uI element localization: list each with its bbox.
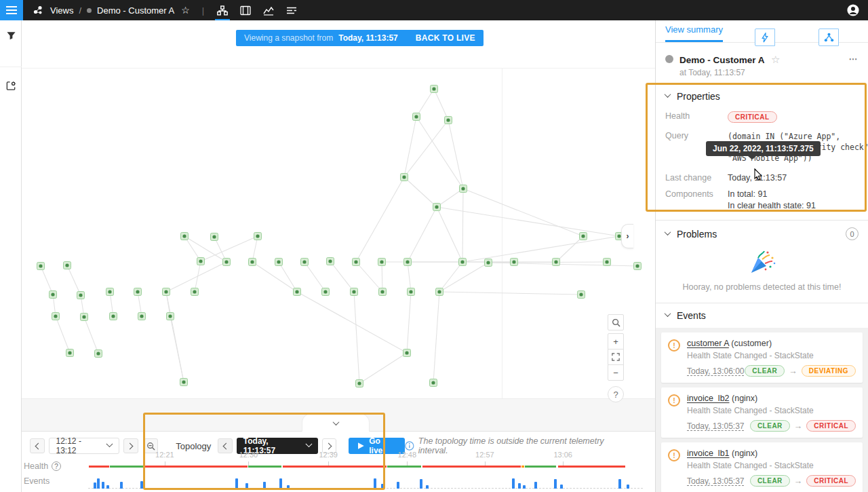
topology-node[interactable] (275, 259, 283, 266)
event-bar[interactable] (560, 485, 563, 489)
breadcrumb-view-name[interactable]: Demo - Customer A (97, 5, 174, 16)
timeline-track[interactable]: 12:2112:3012:3912:4812:5713:06 (88, 432, 643, 492)
event-bar[interactable] (518, 483, 521, 489)
topology-node[interactable] (430, 379, 437, 387)
properties-section-header[interactable]: Properties (656, 84, 868, 109)
health-segment-deviating[interactable] (521, 466, 524, 468)
event-component-link[interactable]: invoice_lb1 (687, 449, 730, 458)
breadcrumb-views-link[interactable]: Views (50, 5, 73, 16)
tab-view-summary[interactable]: View summary (665, 24, 723, 42)
health-segment-clear[interactable] (248, 466, 281, 468)
topology-node[interactable] (37, 263, 45, 270)
event-bar[interactable] (374, 478, 376, 489)
topology-node[interactable] (191, 288, 199, 296)
view-settings-icon[interactable] (0, 67, 22, 100)
topology-node[interactable] (353, 259, 360, 266)
event-component-link[interactable]: customer A (687, 339, 729, 348)
event-card[interactable]: !invoice_lb2 (nginx)Health State Changed… (661, 387, 863, 438)
zoom-in-button[interactable]: + (608, 333, 624, 349)
metrics-view-icon[interactable] (257, 0, 280, 20)
topology-node[interactable] (249, 259, 256, 266)
event-card[interactable]: !invoice_lb1 (nginx)Health State Changed… (661, 442, 863, 492)
topology-node[interactable] (211, 233, 218, 241)
topology-node[interactable] (379, 288, 387, 296)
event-card[interactable]: !customer A (customer)Health State Chang… (661, 333, 863, 383)
favorite-star-icon[interactable]: ☆ (181, 5, 190, 16)
topology-node[interactable] (223, 259, 231, 266)
topology-node[interactable] (110, 313, 117, 320)
topology-node[interactable] (431, 86, 438, 93)
topology-node[interactable] (553, 259, 560, 266)
topology-node[interactable] (401, 174, 408, 181)
topology-node[interactable] (408, 288, 415, 296)
hamburger-menu-icon[interactable] (0, 0, 23, 20)
event-time-link[interactable]: Today, 13:05:37 (687, 476, 745, 486)
topology-node[interactable] (404, 259, 412, 266)
topology-node[interactable] (436, 288, 443, 296)
topology-node[interactable] (181, 233, 189, 240)
health-segment-clear[interactable] (525, 466, 557, 468)
topology-node[interactable] (95, 350, 102, 358)
topology-node[interactable] (445, 117, 452, 124)
topology-node[interactable] (180, 379, 188, 386)
topology-node[interactable] (485, 259, 492, 267)
topology-canvas[interactable] (22, 20, 655, 431)
topology-node[interactable] (50, 291, 57, 299)
last-change-value[interactable]: Today, 11:13:57 (728, 173, 859, 183)
topology-node[interactable] (459, 259, 467, 266)
topology-node[interactable] (578, 291, 585, 299)
event-bar[interactable] (627, 485, 629, 489)
topology-node[interactable] (254, 233, 262, 240)
topology-node[interactable] (163, 288, 170, 296)
event-component-link[interactable]: invoice_lb2 (687, 394, 730, 403)
event-bar[interactable] (279, 478, 282, 489)
event-bar[interactable] (120, 482, 123, 489)
event-time-link[interactable]: Today, 13:06:00 (687, 366, 745, 376)
topology-node[interactable] (511, 259, 518, 266)
topology-node[interactable] (604, 259, 611, 266)
topology-node[interactable] (403, 349, 411, 357)
topology-node[interactable] (64, 262, 71, 269)
star-icon[interactable]: ☆ (771, 54, 780, 65)
range-prev-button[interactable] (30, 438, 45, 453)
topology-node[interactable] (167, 313, 174, 320)
user-avatar-icon[interactable] (846, 3, 860, 17)
health-segment-clear[interactable] (110, 466, 143, 468)
topology-node[interactable] (460, 185, 467, 193)
zoom-out-button[interactable]: − (608, 364, 624, 381)
help-icon[interactable]: ? (608, 386, 624, 402)
topology-node[interactable] (413, 113, 420, 121)
topology-node[interactable] (327, 258, 334, 265)
event-bar[interactable] (618, 479, 621, 489)
health-segment-critical[interactable] (144, 466, 248, 468)
event-bar[interactable] (263, 482, 266, 489)
topology-node[interactable] (378, 259, 386, 266)
health-segment-critical[interactable] (89, 466, 109, 468)
table-view-icon[interactable] (234, 0, 257, 20)
event-bar[interactable] (235, 478, 238, 489)
fit-to-screen-icon[interactable] (608, 349, 624, 365)
event-bar[interactable] (512, 478, 515, 489)
health-help-icon[interactable]: ? (52, 461, 61, 471)
topology-node[interactable] (77, 292, 85, 299)
timeline-collapse-tab[interactable] (302, 413, 370, 432)
topology-node[interactable] (294, 288, 301, 296)
topology-mode-icon[interactable] (818, 29, 839, 46)
event-bar[interactable] (534, 482, 537, 489)
filter-icon[interactable] (0, 20, 22, 50)
topology-view-icon[interactable] (211, 0, 234, 20)
topology-node[interactable] (351, 288, 358, 296)
event-bar[interactable] (287, 485, 290, 489)
event-bar[interactable] (554, 479, 557, 489)
events-section-header[interactable]: Events (656, 303, 868, 328)
event-bar[interactable] (102, 482, 104, 489)
right-panel-collapse-handle[interactable]: › (621, 224, 633, 248)
topology-node[interactable] (433, 204, 441, 211)
topology-node[interactable] (356, 380, 363, 387)
event-bar[interactable] (97, 478, 100, 489)
event-bar[interactable] (381, 484, 384, 489)
event-bar[interactable] (140, 481, 143, 489)
event-bar[interactable] (245, 483, 248, 489)
topology-node[interactable] (197, 258, 205, 265)
topology-node[interactable] (580, 233, 587, 240)
